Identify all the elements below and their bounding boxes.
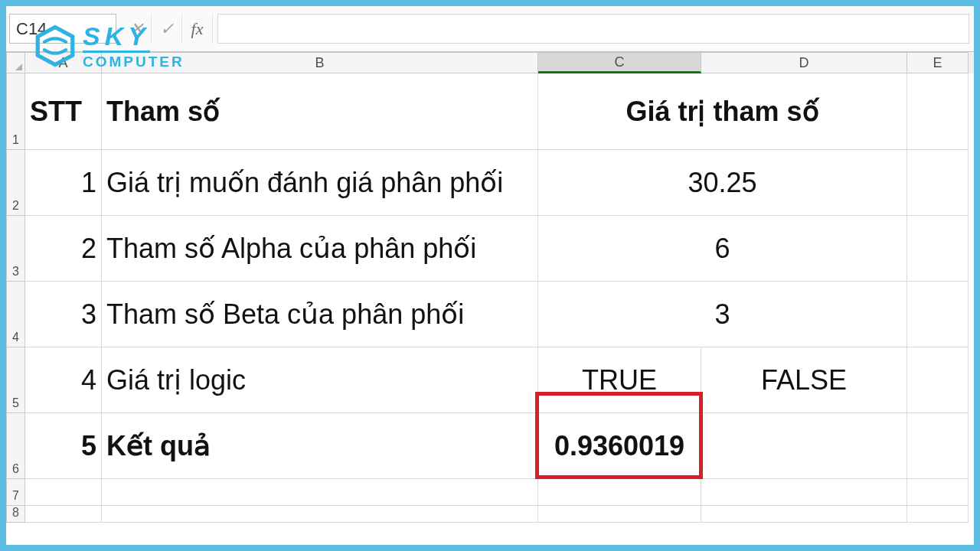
cell-A3[interactable]: 2 xyxy=(25,216,102,282)
fx-icon[interactable]: fx xyxy=(182,14,213,44)
cell-E8[interactable] xyxy=(907,506,969,523)
cell-C8[interactable] xyxy=(538,506,701,523)
table-row: 4 3 Tham số Beta của phân phối 3 xyxy=(6,282,974,347)
formula-input[interactable] xyxy=(217,14,969,44)
brand-text-computer: COMPUTER xyxy=(83,54,185,69)
row-header-7[interactable]: 7 xyxy=(6,479,25,506)
select-all-button[interactable] xyxy=(6,52,25,73)
spreadsheet-grid: A B C D E 1 STT Tham số Giá trị tham số … xyxy=(6,52,974,545)
cell-B6[interactable]: Kết quả xyxy=(102,413,538,479)
row-header-8[interactable]: 8 xyxy=(6,506,25,523)
table-row: 1 STT Tham số Giá trị tham số xyxy=(6,73,974,150)
cell-D7[interactable] xyxy=(701,479,907,506)
cell-D6[interactable] xyxy=(701,413,907,479)
cell-A2[interactable]: 1 xyxy=(25,150,102,216)
cell-B7[interactable] xyxy=(102,479,538,506)
cell-E4[interactable] xyxy=(907,282,969,347)
row-header-3[interactable]: 3 xyxy=(6,216,25,282)
cell-A6[interactable]: 5 xyxy=(25,413,102,479)
row-header-6[interactable]: 6 xyxy=(6,413,25,479)
cell-B4[interactable]: Tham số Beta của phân phối xyxy=(102,282,538,347)
svg-marker-0 xyxy=(38,28,73,65)
row-header-2[interactable]: 2 xyxy=(6,150,25,216)
cell-E1[interactable] xyxy=(907,73,969,150)
cell-A7[interactable] xyxy=(25,479,102,506)
row-header-5[interactable]: 5 xyxy=(6,347,25,413)
cell-E3[interactable] xyxy=(907,216,969,282)
cell-A4[interactable]: 3 xyxy=(25,282,102,347)
cell-A8[interactable] xyxy=(25,506,102,523)
cell-C6[interactable]: 0.9360019 xyxy=(538,413,701,479)
cell-CD2[interactable]: 30.25 xyxy=(538,150,907,216)
cell-CD3[interactable]: 6 xyxy=(538,216,907,282)
cell-B2[interactable]: Giá trị muốn đánh giá phân phối xyxy=(102,150,538,216)
table-row: 8 xyxy=(6,506,974,521)
cell-A5[interactable]: 4 xyxy=(25,347,102,413)
cell-A1[interactable]: STT xyxy=(25,73,102,150)
col-header-D[interactable]: D xyxy=(701,52,907,73)
cell-E7[interactable] xyxy=(907,479,969,506)
table-row: 2 1 Giá trị muốn đánh giá phân phối 30.2… xyxy=(6,150,974,216)
cell-B3[interactable]: Tham số Alpha của phân phối xyxy=(102,216,538,282)
cell-C7[interactable] xyxy=(538,479,701,506)
cell-B8[interactable] xyxy=(102,506,538,523)
cell-CD4[interactable]: 3 xyxy=(538,282,907,347)
cell-E6[interactable] xyxy=(907,413,969,479)
sky-computer-logo: SKY COMPUTER xyxy=(34,23,185,69)
cell-C5[interactable]: TRUE xyxy=(538,347,701,413)
cell-D5[interactable]: FALSE xyxy=(701,347,907,413)
row-header-4[interactable]: 4 xyxy=(6,282,25,347)
table-row: 3 2 Tham số Alpha của phân phối 6 xyxy=(6,216,974,282)
cell-E5[interactable] xyxy=(907,347,969,413)
row-header-1[interactable]: 1 xyxy=(6,73,25,150)
cell-D8[interactable] xyxy=(701,506,907,523)
col-header-E[interactable]: E xyxy=(907,52,969,73)
cell-B5[interactable]: Giá trị logic xyxy=(102,347,538,413)
brand-hex-icon xyxy=(34,24,77,67)
table-row: 5 4 Giá trị logic TRUE FALSE xyxy=(6,347,974,413)
cell-B1[interactable]: Tham số xyxy=(102,73,538,150)
cell-E2[interactable] xyxy=(907,150,969,216)
cell-CD1[interactable]: Giá trị tham số xyxy=(538,73,907,150)
col-header-C[interactable]: C xyxy=(538,52,701,73)
table-row: 7 xyxy=(6,479,974,506)
brand-text-sky: SKY xyxy=(83,23,150,53)
table-row: 6 5 Kết quả 0.9360019 xyxy=(6,413,974,479)
